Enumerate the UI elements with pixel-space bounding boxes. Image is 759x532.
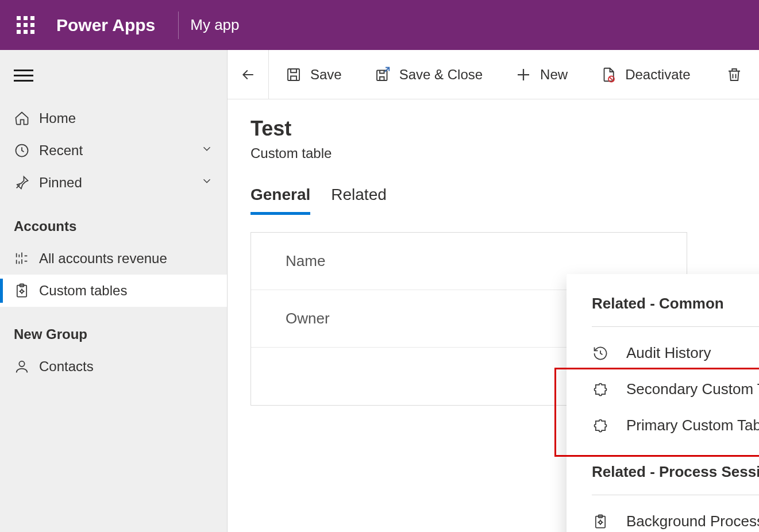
related-item-label: Primary Custom Table Relationship — [626, 417, 759, 434]
related-item-secondary-relationship[interactable]: Secondary Custom Table Relationship — [592, 371, 759, 407]
related-dropdown-panel: Related - Common Audit History Secondary… — [567, 274, 759, 532]
tab-general[interactable]: General — [251, 186, 310, 215]
svg-point-3 — [21, 290, 24, 293]
related-section-common-title: Related - Common — [592, 295, 759, 321]
svg-point-4 — [19, 361, 24, 367]
nav-item-label: Custom tables — [39, 283, 127, 299]
related-item-label: Background Processes — [626, 512, 759, 530]
nav-item-label: Contacts — [39, 358, 94, 375]
history-icon — [592, 345, 609, 361]
related-item-primary-relationship[interactable]: Primary Custom Table Relationship — [592, 407, 759, 444]
chevron-down-icon — [201, 175, 213, 191]
clipboard-gear-icon — [14, 283, 39, 299]
main-area: Save Save & Close New Deactivate Test Cu… — [228, 50, 759, 532]
sidebar-toggle-button[interactable] — [0, 70, 227, 102]
page-subtitle: Custom table — [251, 145, 736, 161]
home-icon — [14, 110, 39, 126]
nav-item-label: Home — [39, 110, 76, 126]
deactivate-icon — [600, 66, 617, 83]
nav-item-label: Pinned — [39, 175, 82, 191]
nav-item-custom-tables[interactable]: Custom tables — [0, 275, 227, 307]
cmd-label: Save — [310, 67, 342, 83]
waffle-icon — [17, 16, 34, 34]
related-item-background-processes[interactable]: Background Processes — [592, 503, 759, 532]
app-name-label: My app — [190, 16, 239, 34]
plus-icon — [515, 66, 532, 83]
new-button[interactable]: New — [499, 50, 584, 99]
svg-point-10 — [599, 521, 602, 523]
save-close-icon — [374, 66, 391, 83]
command-bar: Save Save & Close New Deactivate — [228, 50, 759, 99]
app-header: Power Apps My app — [0, 0, 759, 50]
save-button[interactable]: Save — [269, 50, 358, 99]
cmd-label: New — [540, 67, 568, 83]
sidebar: Home Recent Pinned Accounts A — [0, 50, 228, 532]
person-icon — [14, 358, 39, 375]
field-label-name: Name — [286, 252, 325, 270]
tabs: General Related — [251, 186, 736, 215]
puzzle-icon — [592, 418, 609, 434]
brand-title: Power Apps — [51, 16, 178, 35]
related-item-audit-history[interactable]: Audit History — [592, 335, 759, 371]
nav-item-recent[interactable]: Recent — [0, 134, 227, 167]
cmd-label: Save & Close — [399, 67, 483, 83]
sidebar-group-new-group: New Group — [0, 307, 227, 350]
svg-rect-5 — [288, 69, 299, 80]
deactivate-button[interactable]: Deactivate — [584, 50, 706, 99]
chevron-down-icon — [201, 142, 213, 159]
sidebar-group-accounts: Accounts — [0, 199, 227, 242]
field-label-owner: Owner — [286, 310, 330, 327]
related-item-label: Secondary Custom Table Relationship — [626, 380, 759, 398]
save-and-close-button[interactable]: Save & Close — [358, 50, 499, 99]
page-title: Test — [251, 117, 736, 141]
clipboard-gear-icon — [592, 514, 609, 530]
nav-item-label: Recent — [39, 142, 83, 159]
app-launcher-button[interactable] — [0, 16, 51, 34]
clock-icon — [14, 142, 39, 159]
nav-item-all-accounts-revenue[interactable]: All accounts revenue — [0, 242, 227, 275]
back-button[interactable] — [228, 50, 269, 99]
nav-item-label: All accounts revenue — [39, 250, 167, 267]
chart-icon — [14, 250, 39, 267]
nav-item-contacts[interactable]: Contacts — [0, 350, 227, 383]
tab-related[interactable]: Related — [331, 186, 387, 215]
header-divider — [178, 11, 179, 39]
puzzle-icon — [592, 381, 609, 398]
trash-icon — [726, 66, 743, 83]
arrow-left-icon — [240, 66, 257, 83]
nav-item-home[interactable]: Home — [0, 102, 227, 134]
related-section-process-title: Related - Process Sessions — [592, 463, 759, 489]
save-icon — [285, 66, 302, 83]
cmd-label: Deactivate — [625, 67, 690, 83]
nav-item-pinned[interactable]: Pinned — [0, 167, 227, 199]
related-item-label: Audit History — [626, 344, 711, 362]
delete-button[interactable] — [710, 50, 759, 99]
pin-icon — [14, 175, 39, 191]
